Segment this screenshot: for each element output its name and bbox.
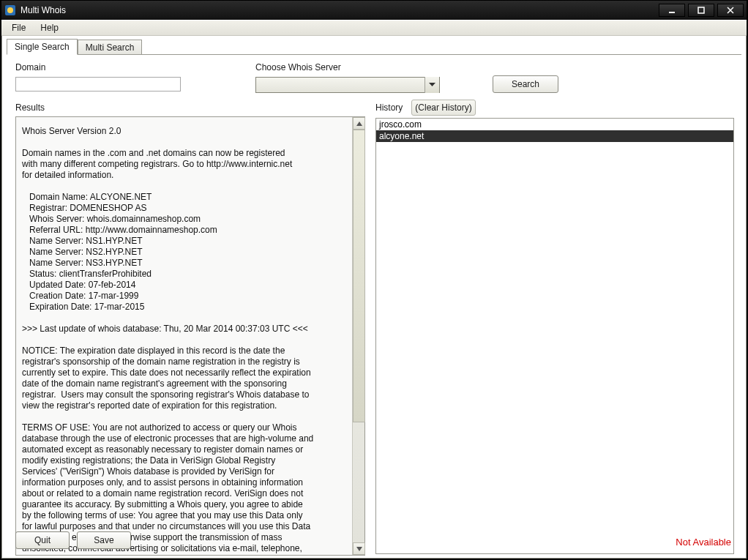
close-button[interactable] <box>717 4 744 17</box>
save-button[interactable]: Save <box>77 531 131 549</box>
svg-rect-3 <box>698 7 704 13</box>
scroll-thumb[interactable] <box>353 130 365 422</box>
history-list[interactable]: jrosco.com alcyone.net Perform Query Reg… <box>375 118 734 554</box>
chevron-down-icon[interactable] <box>425 77 439 93</box>
menu-help[interactable]: Help <box>34 21 64 34</box>
history-item-1[interactable]: alcyone.net <box>376 130 733 142</box>
domain-input[interactable] <box>15 77 181 92</box>
window-title: Multi Whois <box>20 5 659 15</box>
titlebar[interactable]: Multi Whois <box>1 1 747 20</box>
quit-button[interactable]: Quit <box>15 531 70 549</box>
server-label: Choose Whois Server <box>255 62 341 72</box>
results-label: Results <box>15 102 45 113</box>
tab-single-search[interactable]: Single Search <box>7 39 78 55</box>
search-button[interactable]: Search <box>493 75 558 93</box>
svg-rect-2 <box>669 12 675 13</box>
menu-bar: File Help <box>1 20 747 36</box>
minimize-button[interactable] <box>659 4 685 17</box>
status-text: Not Available <box>676 537 731 548</box>
scroll-up-icon[interactable] <box>353 117 365 130</box>
results-box: Whois Server Version 2.0 Domain names in… <box>15 116 365 556</box>
menu-file[interactable]: File <box>6 21 31 34</box>
client-area: Single Search Multi Search Domain Choose… <box>1 36 747 559</box>
history-item-0[interactable]: jrosco.com <box>376 119 733 130</box>
tab-multi-search[interactable]: Multi Search <box>78 40 143 56</box>
maximize-button[interactable] <box>688 4 714 17</box>
domain-label: Domain <box>15 62 45 72</box>
scroll-down-icon[interactable] <box>353 542 365 555</box>
app-icon <box>4 4 16 16</box>
clear-history-button[interactable]: (Clear History) <box>411 100 476 116</box>
tab-strip: Single Search Multi Search <box>7 39 142 55</box>
results-scrollbar[interactable] <box>352 117 364 555</box>
svg-point-1 <box>7 7 13 13</box>
tab-border <box>7 54 741 55</box>
single-search-panel: Domain Choose Whois Server Search Result… <box>7 55 741 553</box>
whois-server-combo[interactable] <box>255 77 440 93</box>
app-window: Multi Whois File Help Single Search Mult… <box>0 0 748 560</box>
history-label: History <box>375 102 403 113</box>
results-text[interactable]: Whois Server Version 2.0 Domain names in… <box>16 117 352 555</box>
